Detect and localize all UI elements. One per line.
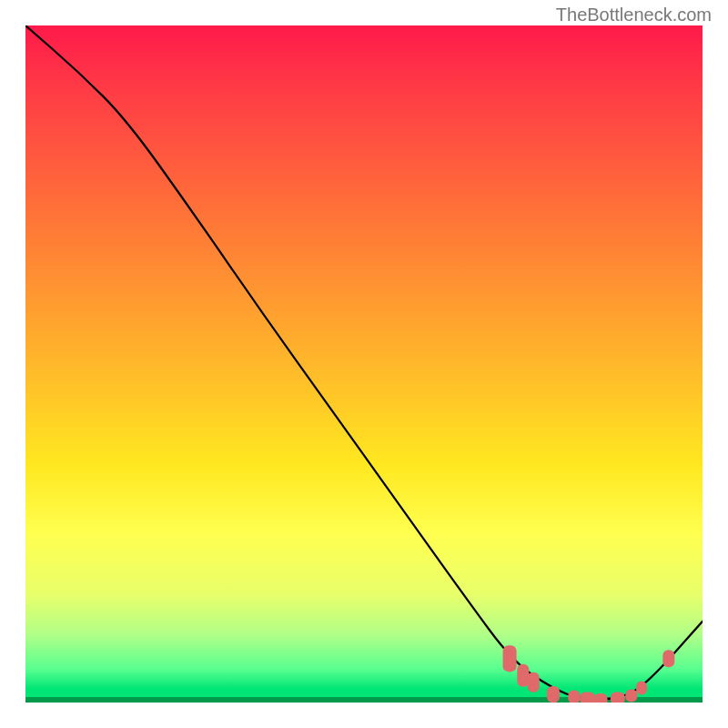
chart-marker — [568, 691, 580, 703]
chart-curve-line — [25, 25, 703, 699]
chart-plot-area — [25, 25, 703, 703]
chart-marker — [662, 650, 674, 667]
chart-marker — [611, 692, 625, 703]
watermark-text: TheBottleneck.com — [556, 5, 712, 25]
chart-marker — [636, 681, 647, 694]
chart-marker — [580, 692, 596, 703]
chart-marker — [547, 686, 560, 703]
chart-marker — [594, 693, 608, 703]
chart-marker — [503, 645, 517, 672]
chart-marker — [528, 672, 540, 693]
chart-curve-svg — [25, 25, 703, 703]
